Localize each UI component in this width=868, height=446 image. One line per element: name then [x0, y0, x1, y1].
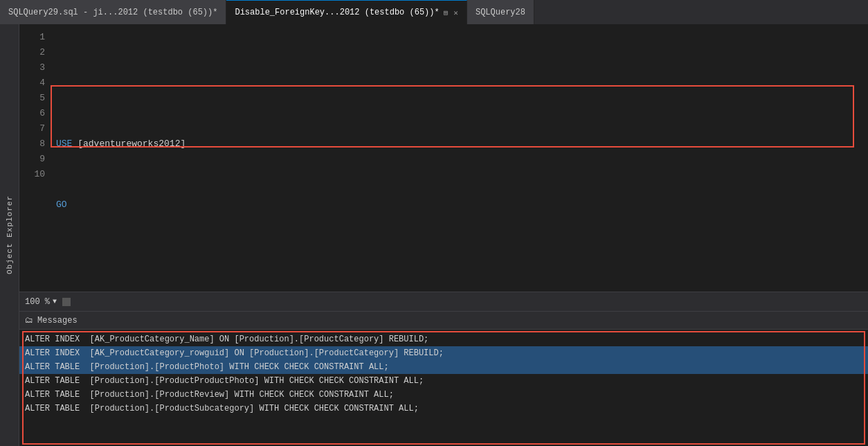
kw-go: GO	[56, 197, 67, 213]
msg-line-3: ALTER TABLE [Production].[ProductPhoto] …	[19, 360, 868, 374]
tab-disable-foreignkey[interactable]: Disable_ForeignKey...2012 (testdbo (65))…	[226, 0, 467, 24]
msg-line-2: ALTER INDEX [AK_ProductCategory_rowguid]…	[19, 346, 868, 360]
zoom-scroll-button[interactable]	[62, 298, 71, 306]
msg-line-1: ALTER INDEX [AK_ProductCategory_Name] ON…	[19, 332, 868, 346]
line-num-3: 3	[28, 60, 45, 75]
messages-content[interactable]: ALTER INDEX [AK_ProductCategory_Name] ON…	[19, 330, 868, 446]
tab-bar: SQLQuery29.sql - ji...2012 (testdbo (65)…	[0, 0, 868, 24]
object-explorer-panel[interactable]: Object Explorer	[0, 24, 19, 446]
object-explorer-label: Object Explorer	[6, 195, 14, 274]
line-num-7: 7	[28, 121, 45, 136]
line-num-9: 9	[28, 152, 45, 167]
code-body[interactable]: USE [adventureworks2012] GO --public var…	[51, 24, 868, 292]
code-content[interactable]: 1 2 3 4 5 6 7 8 9 10 USE [adventu	[19, 24, 868, 292]
main-layout: Object Explorer 1 2 3 4 5 6 7 8 9 10	[0, 24, 868, 446]
messages-tab-label[interactable]: Messages	[37, 316, 78, 325]
line-numbers: 1 2 3 4 5 6 7 8 9 10	[19, 24, 51, 292]
line-num-10: 10	[28, 167, 45, 182]
messages-icon: 🗂	[25, 315, 33, 325]
code-line-1: USE [adventureworks2012]	[56, 136, 868, 152]
msg-line-4: ALTER TABLE [Production].[ProductProduct…	[19, 374, 868, 388]
line-num-8: 8	[28, 136, 45, 152]
messages-panel: 🗂 Messages ALTER INDEX [AK_ProductCatego…	[19, 311, 868, 446]
line-num-6: 6	[28, 106, 45, 121]
zoom-bar: 100 % ▼	[19, 292, 868, 311]
zoom-value: 100 %	[25, 297, 50, 307]
tab-label: SQLQuery29.sql - ji...2012 (testdbo (65)…	[8, 8, 217, 17]
msg-line-6: ALTER TABLE [Production].[ProductSubcate…	[19, 402, 868, 416]
code-line-3	[56, 258, 868, 274]
kw-use: USE	[56, 136, 72, 152]
msg-line-5: ALTER TABLE [Production].[ProductReview]…	[19, 388, 868, 402]
tab-label: Disable_ForeignKey...2012 (testdbo (65))…	[235, 8, 439, 17]
code-editor: 1 2 3 4 5 6 7 8 9 10 USE [adventu	[19, 24, 868, 292]
tab-label: SQLQuery28	[476, 8, 525, 17]
tab-sqlquery29[interactable]: SQLQuery29.sql - ji...2012 (testdbo (65)…	[0, 0, 226, 24]
line-num-5: 5	[28, 91, 45, 106]
tab-pin-icon[interactable]: ⊞	[444, 8, 449, 17]
line-num-4: 4	[28, 75, 45, 91]
zoom-dropdown[interactable]: 100 % ▼	[25, 297, 57, 307]
editor-area: 1 2 3 4 5 6 7 8 9 10 USE [adventu	[19, 24, 868, 446]
line-num-2: 2	[28, 45, 45, 60]
kw-db-name: [adventureworks2012]	[72, 136, 186, 152]
tab-close-icon[interactable]: ✕	[453, 8, 458, 17]
line-num-1: 1	[28, 30, 45, 45]
zoom-arrow-icon[interactable]: ▼	[53, 298, 57, 305]
messages-header: 🗂 Messages	[19, 312, 868, 330]
tab-sqlquery28[interactable]: SQLQuery28	[467, 0, 534, 24]
code-line-2: GO	[56, 197, 868, 213]
